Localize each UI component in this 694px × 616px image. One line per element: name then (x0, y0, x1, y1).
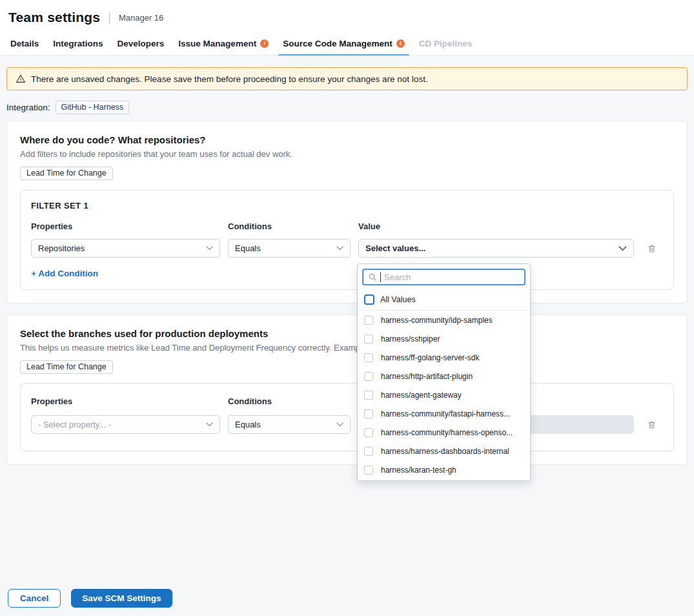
chevron-down-icon (618, 246, 627, 251)
repo-option-clipped[interactable]: harness/... (358, 479, 530, 481)
metric-tag: Lead Time for Change (20, 167, 113, 180)
tab-details[interactable]: Details (3, 32, 46, 55)
tab-cd-pipelines[interactable]: CD Pipelines (412, 32, 480, 55)
unsaved-changes-banner: There are unsaved changes. Please save t… (6, 67, 688, 90)
tab-bar: Details Integrations Developers Issue Ma… (0, 32, 694, 56)
repo-checkbox[interactable] (364, 428, 373, 437)
integration-chip: GitHub - Harness (56, 101, 130, 114)
text-cursor (380, 272, 381, 282)
repo-option[interactable]: harness-community/fastapi-harness... (358, 404, 530, 423)
option-label: harness/agent-gateway (381, 391, 462, 400)
option-label: harness/http-artifact-plugin (381, 372, 473, 381)
option-label: harness/ff-golang-server-sdk (381, 353, 480, 362)
option-label: harness-community/idp-samples (381, 316, 493, 325)
branches-filter-set: Properties Conditions - Select property.… (20, 383, 674, 451)
filter-set-label: FILTER SET 1 (31, 201, 663, 210)
properties-column-label: Properties (31, 396, 220, 406)
filter-column-labels: Properties Conditions (31, 396, 663, 406)
repo-option[interactable]: harness-community/idp-samples (358, 311, 530, 329)
branches-card-title: Select the branches used for production … (20, 328, 674, 339)
properties-column-label: Properties (31, 221, 220, 231)
filter-row: Repositories Equals Select values... (31, 239, 663, 258)
title-divider: | (108, 11, 111, 25)
chevron-down-icon (336, 246, 343, 251)
delete-filter-button[interactable] (646, 242, 658, 255)
repo-checkbox[interactable] (364, 372, 373, 381)
tab-source-code-management[interactable]: Source Code Management (276, 32, 412, 55)
value-column-label: Value (358, 221, 634, 231)
repo-checkbox[interactable] (364, 409, 373, 418)
property-select[interactable]: Repositories (31, 239, 220, 258)
chevron-down-icon (336, 422, 343, 427)
all-values-checkbox[interactable] (364, 294, 374, 305)
warning-triangle-icon (15, 74, 26, 84)
tab-integrations[interactable]: Integrations (46, 32, 110, 55)
repo-checkbox[interactable] (364, 353, 373, 362)
option-label: harness/sshpiper (381, 334, 440, 344)
repo-checkbox[interactable] (364, 466, 373, 475)
conditions-column-label: Conditions (228, 221, 351, 231)
add-condition-link[interactable]: + Add Condition (31, 269, 98, 278)
repo-checkbox[interactable] (364, 334, 373, 344)
repositories-card-title: Where do you code? What repositories? (20, 134, 674, 145)
save-scm-settings-button[interactable]: Save SCM Settings (71, 589, 172, 608)
trash-icon (647, 243, 657, 254)
option-label: harness/karan-test-gh (381, 466, 456, 475)
repo-option[interactable]: harness/sshpiper (358, 329, 530, 348)
banner-text: There are unsaved changes. Please save t… (31, 74, 428, 84)
integration-label: Integration: (6, 103, 50, 112)
value-multiselect[interactable]: Select values... (358, 239, 634, 258)
page-title: Team settings (8, 10, 100, 25)
metric-tag: Lead Time for Change (20, 360, 113, 374)
repo-option[interactable]: harness/karan-test-gh (358, 460, 530, 479)
filter-column-labels: Properties Conditions Value (31, 221, 663, 231)
repo-checkbox[interactable] (364, 391, 373, 400)
repo-option[interactable]: harness/http-artifact-plugin (358, 367, 530, 385)
search-icon (368, 272, 377, 282)
repo-option[interactable]: harness-community/harness-openso... (358, 423, 530, 442)
filter-set-1: FILTER SET 1 Properties Conditions Value… (20, 190, 674, 290)
conditions-column-label: Conditions (228, 396, 351, 406)
all-values-option[interactable]: All Values (358, 289, 530, 311)
tab-issue-management[interactable]: Issue Management (171, 32, 276, 55)
option-label: All Values (380, 295, 416, 304)
repo-checkbox[interactable] (364, 447, 373, 456)
dropdown-search-box (362, 269, 526, 285)
team-name: Manager 16 (119, 13, 163, 23)
trash-icon (647, 420, 657, 430)
repositories-card: Where do you code? What repositories? Ad… (6, 121, 688, 303)
filter-row: - Select property... - Equals (31, 415, 663, 434)
value-dropdown-panel: All Values harness-community/idp-samples… (357, 263, 531, 481)
warning-badge-icon (396, 39, 405, 48)
tab-developers[interactable]: Developers (110, 32, 172, 55)
team-settings-page: Team settings | Manager 16 Details Integ… (0, 0, 694, 616)
branches-card-subtitle: This helps us measure metrics like Lead … (20, 343, 674, 353)
condition-select[interactable]: Equals (228, 239, 351, 258)
repositories-card-subtitle: Add filters to include repositories that… (20, 149, 674, 159)
delete-filter-button[interactable] (646, 418, 658, 431)
cancel-button[interactable]: Cancel (8, 589, 61, 608)
repo-option[interactable]: harness/agent-gateway (358, 385, 530, 404)
branches-card: Select the branches used for production … (6, 314, 688, 465)
page-header: Team settings | Manager 16 (0, 0, 694, 32)
chevron-down-icon (206, 422, 213, 427)
option-label: harness/harness-dashboards-internal (381, 447, 509, 456)
warning-badge-icon (260, 39, 269, 48)
property-select[interactable]: - Select property... - (31, 415, 220, 434)
repo-option[interactable]: harness/ff-golang-server-sdk (358, 348, 530, 367)
repo-option[interactable]: harness/harness-dashboards-internal (358, 442, 530, 460)
search-input[interactable] (384, 272, 520, 282)
integration-row: Integration: GitHub - Harness (6, 101, 688, 114)
condition-select[interactable]: Equals (228, 415, 351, 434)
footer-actions: Cancel Save SCM Settings (8, 589, 172, 608)
option-label: harness-community/harness-openso... (381, 428, 513, 437)
repo-checkbox[interactable] (364, 316, 373, 325)
chevron-down-icon (206, 246, 213, 251)
option-label: harness-community/fastapi-harness... (381, 409, 510, 418)
